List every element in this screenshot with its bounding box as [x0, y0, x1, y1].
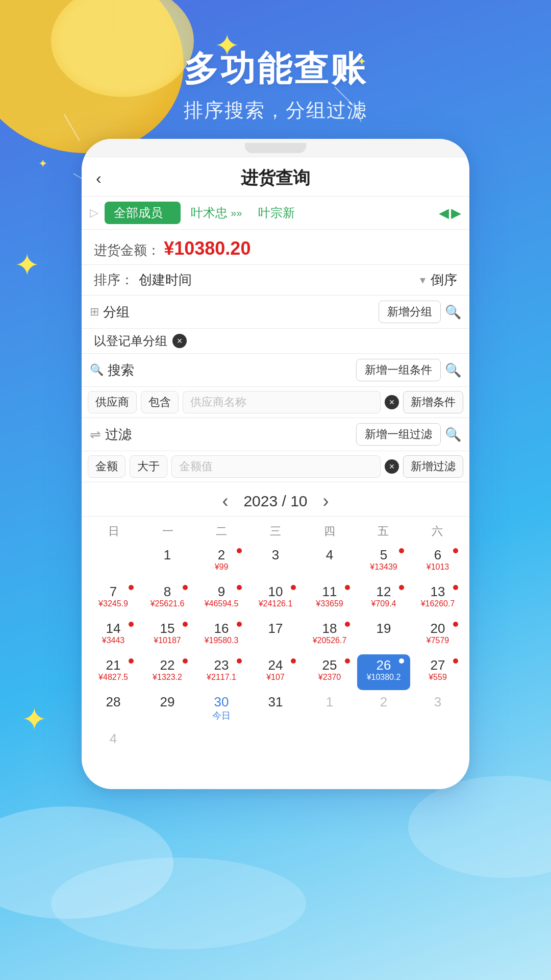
filter-icon: ⇌ — [90, 427, 101, 443]
activity-dot — [399, 585, 404, 590]
day-number: 4 — [110, 732, 117, 745]
tab-all-members[interactable]: 全部成员 » — [105, 202, 181, 224]
add-group-btn[interactable]: 新增分组 — [379, 301, 441, 323]
calendar-day-cell[interactable]: 6¥1013 — [411, 544, 464, 580]
day-number: 23 — [214, 658, 229, 672]
day-number: 20 — [431, 622, 445, 635]
group-tag-row: 以登记单分组 × — [82, 329, 469, 354]
activity-dot — [345, 622, 350, 627]
cond-operator[interactable]: 包含 — [141, 391, 179, 413]
calendar-day-cell[interactable]: 19 — [357, 618, 410, 653]
tab-nav-right[interactable]: ▶ — [451, 205, 461, 221]
calendar-day-cell[interactable]: 25¥2370 — [303, 654, 356, 690]
activity-dot — [291, 658, 296, 664]
add-filter-btn[interactable]: 新增过滤 — [403, 455, 463, 478]
cal-prev-btn[interactable]: ‹ — [222, 491, 228, 512]
filter-condition-row: 金额 大于 金额值 × 新增过滤 — [82, 451, 469, 482]
amount-value: ¥10380.20 — [164, 238, 251, 259]
member-tabs: ▷ 全部成员 » 叶术忠 »» 叶宗新 ◀ ▶ — [82, 197, 469, 230]
activity-dot — [453, 548, 458, 553]
day-number: 2 — [218, 548, 225, 561]
calendar-day-cell[interactable]: 29 — [141, 691, 194, 727]
activity-dot — [183, 585, 188, 590]
calendar-day-cell[interactable]: 3 — [411, 691, 464, 727]
calendar-day-cell[interactable]: 2 — [357, 691, 410, 727]
week-header-cell: 四 — [303, 521, 357, 542]
filter-field[interactable]: 金额 — [88, 455, 126, 478]
filter-label: 过滤 — [105, 426, 352, 444]
day-number: 4 — [326, 548, 333, 561]
day-amount: ¥10187 — [154, 636, 181, 645]
back-button[interactable]: ‹ — [96, 169, 102, 188]
calendar-day-cell[interactable]: 23¥2117.1 — [195, 654, 248, 690]
calendar-day-cell[interactable]: 13¥16260.7 — [411, 581, 464, 617]
group-tag-close[interactable]: × — [172, 334, 187, 348]
cond-value-input[interactable]: 供应商名称 — [183, 391, 381, 413]
calendar-day-cell[interactable]: 1 — [303, 691, 356, 727]
calendar-day-cell[interactable]: 5¥13439 — [357, 544, 410, 580]
day-amount: ¥10380.2 — [367, 673, 401, 682]
calendar-day-cell[interactable]: 17 — [249, 618, 302, 653]
calendar-day-cell[interactable] — [87, 544, 140, 580]
calendar-day-cell[interactable]: 22¥1323.2 — [141, 654, 194, 690]
calendar-day-cell[interactable]: 4 — [303, 544, 356, 580]
calendar-day-cell[interactable]: 7¥3245.9 — [87, 581, 140, 617]
calendar-day-cell[interactable]: 12¥709.4 — [357, 581, 410, 617]
calendar-day-cell[interactable]: 14¥3443 — [87, 618, 140, 653]
tab-member1[interactable]: 叶术忠 »» — [185, 202, 248, 224]
calendar-day-cell[interactable]: 26¥10380.2 — [357, 654, 410, 690]
filter-operator[interactable]: 大于 — [130, 455, 167, 478]
day-number: 16 — [214, 622, 229, 635]
calendar-day-cell[interactable]: 4 — [87, 728, 140, 764]
calendar-day-cell[interactable]: 18¥20526.7 — [303, 618, 356, 653]
calendar-day-cell[interactable]: 16¥19580.3 — [195, 618, 248, 653]
activity-dot — [453, 622, 458, 627]
group-search-icon[interactable]: 🔍 — [445, 304, 461, 320]
activity-dot — [291, 585, 296, 590]
calendar-day-cell[interactable]: 1 — [141, 544, 194, 580]
condition-row: 供应商 包含 供应商名称 × 新增条件 — [82, 387, 469, 418]
tab-nav-left[interactable]: ◀ — [439, 205, 449, 221]
day-number: 9 — [218, 585, 225, 598]
tab-nav-arrows: ◀ ▶ — [439, 205, 461, 221]
day-number: 11 — [322, 585, 337, 598]
calendar-day-cell[interactable]: 21¥4827.5 — [87, 654, 140, 690]
star-icon: ✦ — [38, 158, 47, 169]
calendar-day-cell[interactable]: 15¥10187 — [141, 618, 194, 653]
filter-search-icon[interactable]: 🔍 — [445, 427, 461, 443]
sort-label: 排序： — [94, 271, 134, 289]
cond-field[interactable]: 供应商 — [88, 391, 137, 413]
cond-close[interactable]: × — [385, 395, 399, 409]
calendar-day-cell[interactable]: 31 — [249, 691, 302, 727]
calendar-day-cell[interactable]: 9¥46594.5 — [195, 581, 248, 617]
calendar-day-cell[interactable]: 30今日 — [195, 691, 248, 727]
dropdown-icon[interactable]: ▾ — [420, 274, 425, 287]
amount-row: 进货金额： ¥10380.20 — [82, 230, 469, 265]
filter-value-input[interactable]: 金额值 — [171, 455, 381, 478]
day-number: 3 — [272, 548, 279, 561]
add-search-group-btn[interactable]: 新增一组条件 — [356, 359, 441, 381]
calendar-day-cell[interactable]: 10¥24126.1 — [249, 581, 302, 617]
cal-next-btn[interactable]: › — [323, 491, 329, 512]
tab-member2[interactable]: 叶宗新 — [252, 202, 301, 224]
activity-dot — [129, 658, 134, 664]
calendar-day-cell[interactable]: 20¥7579 — [411, 618, 464, 653]
calendar-day-cell[interactable]: 2¥99 — [195, 544, 248, 580]
phone-topbar — [82, 139, 469, 157]
add-filter-group-btn[interactable]: 新增一组过滤 — [356, 423, 441, 446]
day-number: 19 — [377, 622, 391, 635]
day-amount: ¥19580.3 — [205, 636, 239, 645]
group-label: 分组 — [103, 303, 374, 321]
activity-dot — [183, 622, 188, 627]
calendar-day-cell[interactable]: 11¥33659 — [303, 581, 356, 617]
add-condition-btn[interactable]: 新增条件 — [403, 391, 463, 413]
sort-order-btn[interactable]: 倒序 — [431, 271, 457, 289]
day-number: 13 — [431, 585, 445, 598]
search-row-search-icon[interactable]: 🔍 — [445, 362, 461, 378]
calendar-day-cell[interactable]: 8¥25621.6 — [141, 581, 194, 617]
filter-close[interactable]: × — [385, 459, 399, 474]
calendar-day-cell[interactable]: 28 — [87, 691, 140, 727]
calendar-day-cell[interactable]: 24¥107 — [249, 654, 302, 690]
calendar-day-cell[interactable]: 3 — [249, 544, 302, 580]
calendar-day-cell[interactable]: 27¥559 — [411, 654, 464, 690]
